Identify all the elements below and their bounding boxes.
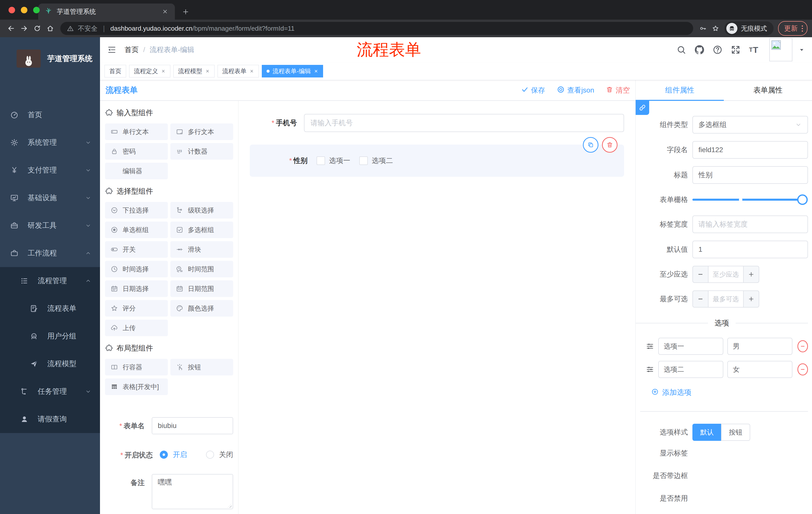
option-name-input[interactable]: 选项一 xyxy=(658,338,723,355)
option-value-input[interactable]: 男 xyxy=(727,338,792,355)
phone-input[interactable]: 请输入手机号 xyxy=(304,114,624,132)
close-window-button[interactable] xyxy=(8,7,15,13)
component-chip-单选框组[interactable]: 单选框组 xyxy=(105,221,168,238)
sidebar-item-流程管理[interactable]: 流程管理 xyxy=(0,267,100,295)
component-chip-行容器[interactable]: 行容器 xyxy=(105,359,168,375)
option-name-input[interactable]: 选项二 xyxy=(658,361,723,378)
close-icon[interactable] xyxy=(314,69,318,74)
tag-流程表单-编辑[interactable]: 流程表单-编辑 xyxy=(262,65,323,77)
forward-icon[interactable] xyxy=(18,22,31,35)
component-chip-多选框组[interactable]: 多选框组 xyxy=(170,221,233,238)
component-chip-上传[interactable]: 上传 xyxy=(105,320,168,336)
style-option-默认[interactable]: 默认 xyxy=(692,424,721,441)
tag-流程定义[interactable]: 流程定义 xyxy=(129,65,170,77)
title-input[interactable]: 性别 xyxy=(692,166,808,184)
sidebar-item-请假查询[interactable]: 请假查询 xyxy=(0,405,100,433)
close-icon[interactable] xyxy=(250,69,254,74)
component-chip-时间范围[interactable]: 时间范围 xyxy=(170,261,233,277)
plus-icon[interactable] xyxy=(744,266,759,282)
component-chip-计数器[interactable]: 123计数器 xyxy=(170,143,233,160)
remove-option-button[interactable] xyxy=(798,340,808,352)
close-icon[interactable] xyxy=(205,69,210,74)
help-icon[interactable] xyxy=(712,44,724,56)
minus-icon[interactable] xyxy=(693,266,708,282)
tab-form-props[interactable]: 表单属性 xyxy=(724,80,812,100)
checkbox-选项一[interactable]: 选项一 xyxy=(317,156,350,165)
component-chip-单行文本[interactable]: 单行文本 xyxy=(105,124,168,140)
home-icon[interactable] xyxy=(44,22,57,35)
max-select-input[interactable]: 最多可选 xyxy=(708,291,744,307)
browser-tab[interactable]: 芋道管理系统 xyxy=(38,3,175,20)
component-chip-日期选择[interactable]: 日期选择 xyxy=(105,280,168,297)
copy-component-button[interactable] xyxy=(583,137,599,153)
component-chip-时间选择[interactable]: 时间选择 xyxy=(105,261,168,277)
tag-首页[interactable]: 首页 xyxy=(105,65,126,77)
delete-component-button[interactable] xyxy=(602,137,617,153)
component-chip-级联选择[interactable]: 级联选择 xyxy=(170,202,233,218)
component-chip-评分[interactable]: 评分 xyxy=(105,300,168,317)
drag-handle-icon[interactable] xyxy=(646,342,654,351)
drag-handle-icon[interactable] xyxy=(646,365,654,374)
tab-close-icon[interactable] xyxy=(162,8,168,15)
radio-开启[interactable] xyxy=(160,451,168,459)
form-remark-textarea[interactable]: 嘿嘿 xyxy=(152,474,233,509)
sidebar-item-用户分组[interactable]: 用户分组 xyxy=(0,322,100,350)
close-icon[interactable] xyxy=(161,69,166,74)
component-chip-下拉选择[interactable]: 下拉选择 xyxy=(105,202,168,218)
security-warning-icon[interactable] xyxy=(67,25,74,32)
checkbox-box[interactable] xyxy=(317,156,325,165)
component-type-select[interactable]: 多选框组 xyxy=(692,116,808,134)
reload-icon[interactable] xyxy=(31,22,44,35)
sidebar-item-系统管理[interactable]: 系统管理 xyxy=(0,129,100,156)
browser-menu-icon[interactable] xyxy=(802,25,803,32)
default-value-input[interactable]: 1 xyxy=(692,241,808,258)
sidebar-item-支付管理[interactable]: 支付管理 xyxy=(0,156,100,184)
sidebar-item-首页[interactable]: 首页 xyxy=(0,101,100,129)
remove-option-button[interactable] xyxy=(798,363,808,375)
add-option-button[interactable]: 添加选项 xyxy=(651,387,808,398)
save-button[interactable]: 保存 xyxy=(521,85,545,95)
clear-button[interactable]: 清空 xyxy=(606,85,630,95)
slider-handle[interactable] xyxy=(797,194,808,205)
back-icon[interactable] xyxy=(4,22,18,35)
view-json-button[interactable]: 查看json xyxy=(557,85,594,95)
component-chip-颜色选择[interactable]: 颜色选择 xyxy=(170,300,233,317)
label-width-input[interactable]: 请输入标签宽度 xyxy=(692,216,808,233)
sidebar-logo-row[interactable]: 芋道管理系统 xyxy=(0,37,100,80)
link-icon[interactable] xyxy=(636,100,649,115)
radio-关闭[interactable] xyxy=(206,451,214,459)
form-grid-slider[interactable] xyxy=(692,199,803,201)
sidebar-item-任务管理[interactable]: 任务管理 xyxy=(0,378,100,405)
font-size-icon[interactable]: TT xyxy=(748,44,760,56)
minus-icon[interactable] xyxy=(693,291,708,307)
component-chip-表格[开发中][interactable]: 表格[开发中] xyxy=(105,378,168,395)
sidebar-item-研发工具[interactable]: 研发工具 xyxy=(0,212,100,239)
minimize-window-button[interactable] xyxy=(21,7,27,13)
avatar-caret-down-icon[interactable] xyxy=(799,47,805,53)
address-bar[interactable]: 不安全 | dashboard.yudao.iocoder.cn/bpm/man… xyxy=(60,22,693,35)
option-value-input[interactable]: 女 xyxy=(727,361,792,378)
search-icon[interactable] xyxy=(675,44,687,56)
component-chip-多行文本[interactable]: 多行文本 xyxy=(170,124,233,140)
bookmark-star-icon[interactable] xyxy=(709,22,722,35)
menu-fold-icon[interactable] xyxy=(107,45,117,55)
form-name-input[interactable]: biubiu xyxy=(152,417,233,434)
tag-流程表单[interactable]: 流程表单 xyxy=(218,65,259,77)
breadcrumb-home[interactable]: 首页 xyxy=(125,45,139,55)
checkbox-box[interactable] xyxy=(359,156,368,165)
gender-field-selected[interactable]: *性别 选项一选项二 xyxy=(250,144,624,177)
sidebar-item-流程模型[interactable]: 流程模型 xyxy=(0,350,100,378)
github-icon[interactable] xyxy=(693,44,705,56)
field-name-input[interactable]: field122 xyxy=(692,141,808,159)
phone-field-row[interactable]: *手机号 请输入手机号 xyxy=(250,114,624,132)
sidebar-item-工作流程[interactable]: 工作流程 xyxy=(0,239,100,267)
update-button[interactable]: 更新 xyxy=(778,21,808,36)
component-chip-日期范围[interactable]: 日期范围 xyxy=(170,280,233,297)
fullscreen-icon[interactable] xyxy=(730,44,742,56)
plus-icon[interactable] xyxy=(744,291,759,307)
style-option-按钮[interactable]: 按钮 xyxy=(721,424,750,441)
password-key-icon[interactable] xyxy=(697,22,709,35)
component-chip-滑块[interactable]: 滑块 xyxy=(170,241,233,258)
zoom-window-button[interactable] xyxy=(33,7,40,13)
component-chip-开关[interactable]: 开关 xyxy=(105,241,168,258)
